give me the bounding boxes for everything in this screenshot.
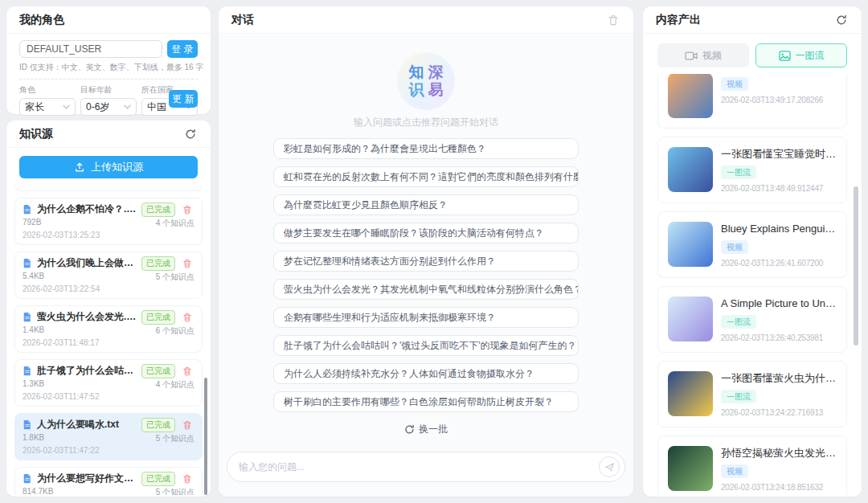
question-input[interactable]: [239, 461, 599, 472]
question-text: 肚子饿了为什么会咕咕叫？'饿过头反而吃不下'的现象是如何产生的？: [284, 339, 577, 353]
file-timestamp: 2026-02-03T13:25:23: [23, 231, 194, 239]
file-item[interactable]: 人为什么要喝水.txt 已完成 1.8KB 5 个知识点 2026-02-03T…: [14, 413, 203, 460]
document-icon: [23, 419, 32, 430]
profile-panel: 我的角色 登 录 ID 仅支持：中文、英文、数字、下划线，最多 16 字 角色 …: [6, 6, 211, 114]
delete-file-icon[interactable]: [180, 418, 194, 432]
file-item[interactable]: 肚子饿了为什么会咕咕叫.txt 已完成 1.3KB 4 个知识点 2026-02…: [14, 359, 203, 407]
login-button[interactable]: 登 录: [167, 40, 198, 58]
output-item-title: A Simple Picture to Unders...: [721, 296, 837, 311]
type-badge: 一图流: [721, 315, 756, 329]
chevron-down-icon: [124, 104, 131, 109]
question-text: 做梦主要发生在哪个睡眠阶段？该阶段的大脑活动有何特点？: [284, 227, 544, 240]
output-item[interactable]: 视频 2026-02-03T13:49:17.208266: [657, 74, 847, 129]
output-timestamp: 2026-02-03T13:24:18.851632: [721, 483, 837, 492]
file-size: 1.4KB: [23, 325, 44, 337]
suggested-question[interactable]: 企鹅有哪些生理和行为适应机制来抵御极寒环境？: [273, 307, 579, 328]
user-id-input[interactable]: [19, 40, 162, 58]
thumbnail: [668, 296, 713, 341]
field-select[interactable]: 0-6岁: [80, 98, 137, 116]
clear-chat-trash-icon[interactable]: [606, 13, 620, 27]
tab-one-image[interactable]: 一图流: [755, 43, 847, 67]
suggested-question[interactable]: 做梦主要发生在哪个睡眠阶段？该阶段的大脑活动有何特点？: [273, 223, 579, 243]
knowledge-points: 5 个知识点: [156, 433, 194, 444]
app-logo: 知 深 识 易: [397, 52, 455, 110]
file-timestamp: 2026-02-03T11:47:52: [23, 392, 194, 401]
logo-char: 易: [426, 81, 445, 99]
knowledge-points: 6 个知识点: [156, 325, 194, 337]
document-icon: [23, 258, 32, 268]
suggested-question-list: 彩虹是如何形成的？為什麼會呈現出七種顏色？ 虹和霓在光的反射次數上有何不同？這對…: [273, 138, 579, 412]
suggested-question[interactable]: 虹和霓在光的反射次數上有何不同？這對它們的亮度和顏色排列有什麼影響？: [273, 166, 579, 187]
scrollbar-thumb[interactable]: [854, 186, 858, 346]
output-item[interactable]: 一张图看懂萤火虫为什么会发光 一图流 2026-02-03T13:24:22.7…: [657, 361, 847, 427]
profile-header: 我的角色: [6, 6, 211, 34]
file-name: 为什么企鹅不怕冷？.txt: [37, 202, 137, 216]
refresh-questions-label: 换一批: [419, 423, 448, 436]
question-text: 梦在记忆整理和情绪表达方面分别起到什么作用？: [284, 255, 496, 268]
thumbnail: [668, 147, 713, 192]
scrollbar-thumb[interactable]: [204, 378, 207, 495]
file-timestamp: 2026-02-03T13:22:54: [23, 284, 194, 293]
file-item[interactable]: 为什么要想写好作文必须多读书.... 已完成 814.7KB 5 个知识点 20…: [14, 467, 203, 495]
file-timestamp: 2026-02-03T11:47:22: [23, 446, 194, 455]
file-name: 为什么要想写好作文必须多读书....: [37, 472, 137, 485]
knowledge-panel: 知识源 上传知识源 为什么企鹅不怕冷？.txt 已完成: [6, 121, 211, 497]
thumbnail: [668, 446, 713, 491]
delete-file-icon[interactable]: [180, 364, 194, 378]
suggested-question[interactable]: 为什么人必须持续补充水分？人体如何通过食物摄取水分？: [273, 363, 579, 384]
field-select[interactable]: 家长: [19, 98, 76, 116]
suggested-question[interactable]: 彩虹是如何形成的？為什麼會呈現出七種顏色？: [273, 138, 579, 159]
status-badge: 已完成: [141, 472, 175, 486]
thumbnail: [668, 371, 713, 416]
knowledge-title: 知识源: [19, 127, 53, 141]
refresh-icon[interactable]: [834, 13, 849, 27]
type-badge: 视频: [721, 240, 748, 254]
suggested-question[interactable]: 树干刷白的主要作用有哪些？白色涂层如何帮助防止树皮开裂？: [273, 391, 579, 412]
delete-file-icon[interactable]: [180, 310, 194, 325]
suggested-question[interactable]: 為什麼霓比虹更少見且顏色順序相反？: [273, 194, 579, 215]
output-item[interactable]: 一张图看懂宝宝睡觉时的神奇... 一图流 2026-02-03T13:48:49…: [657, 137, 847, 203]
send-button[interactable]: [599, 456, 620, 477]
file-size: 1.8KB: [23, 433, 44, 444]
document-icon: [23, 204, 32, 215]
status-badge: 已完成: [141, 364, 175, 378]
file-size: 1.3KB: [23, 379, 44, 391]
status-badge: 已完成: [141, 418, 175, 432]
suggested-question[interactable]: 梦在记忆整理和情绪表达方面分别起到什么作用？: [273, 251, 579, 272]
suggested-question[interactable]: 肚子饿了为什么会咕咕叫？'饿过头反而吃不下'的现象是如何产生的？: [273, 335, 579, 356]
file-name: 萤火虫为什么会发光.txt: [37, 310, 137, 324]
file-size: 814.7KB: [23, 487, 53, 495]
upload-knowledge-button[interactable]: 上传知识源: [19, 156, 198, 178]
file-item[interactable]: 为什么我们晚上会做梦.docx 已完成 5.4KB 5 个知识点 2026-02…: [14, 251, 203, 299]
output-item-title: 孙悟空揭秘萤火虫发光原理: [721, 446, 837, 460]
delete-file-icon[interactable]: [180, 202, 194, 217]
output-item[interactable]: Bluey Explains Penguin He... 视频 2026-02-…: [657, 211, 847, 278]
delete-file-icon[interactable]: [180, 256, 194, 271]
chat-title: 对话: [231, 13, 254, 27]
output-item-title: 一张图看懂宝宝睡觉时的神奇...: [721, 147, 837, 162]
file-item[interactable]: 为什么企鹅不怕冷？.txt 已完成 792B 4 个知识点 2026-02-03…: [14, 198, 203, 245]
output-item-title: 一张图看懂萤火虫为什么会发光: [721, 371, 837, 386]
upload-icon: [74, 162, 85, 173]
type-badge: 视频: [721, 77, 748, 91]
output-item[interactable]: A Simple Picture to Unders... 一图流 2026-0…: [657, 286, 847, 353]
chevron-down-icon: [63, 104, 70, 109]
file-item[interactable]: 萤火虫为什么会发光.txt 已完成 1.4KB 6 个知识点 2026-02-0…: [14, 305, 203, 353]
update-button[interactable]: 更 新: [169, 90, 198, 108]
upload-label: 上传知识源: [91, 160, 143, 174]
document-icon: [23, 312, 32, 322]
field-label: 目标年龄: [80, 84, 137, 96]
status-badge: 已完成: [141, 310, 175, 325]
refresh-icon[interactable]: [183, 127, 198, 141]
tab-video[interactable]: 视频: [657, 43, 749, 67]
question-text: 虹和霓在光的反射次數上有何不同？這對它們的亮度和顏色排列有什麼影響？: [284, 170, 579, 184]
paper-plane-icon: [604, 462, 615, 472]
refresh-questions-button[interactable]: 换一批: [219, 423, 633, 436]
delete-file-icon[interactable]: [180, 472, 194, 486]
output-item[interactable]: 孙悟空揭秘萤火虫发光原理 视频 2026-02-03T13:24:18.8516…: [657, 436, 847, 495]
suggested-question[interactable]: 萤火虫为什么会发光？其发光机制中氧气和线粒体分别扮演什么角色？: [273, 279, 579, 300]
output-panel: 内容产出 视频 一图流 视频 2026-02-03T13:49:17.2: [643, 6, 862, 497]
image-icon: [779, 51, 791, 61]
field-label: 角色: [19, 84, 76, 96]
output-list: 视频 2026-02-03T13:49:17.208266 一张图看懂宝宝睡觉时…: [643, 74, 862, 495]
